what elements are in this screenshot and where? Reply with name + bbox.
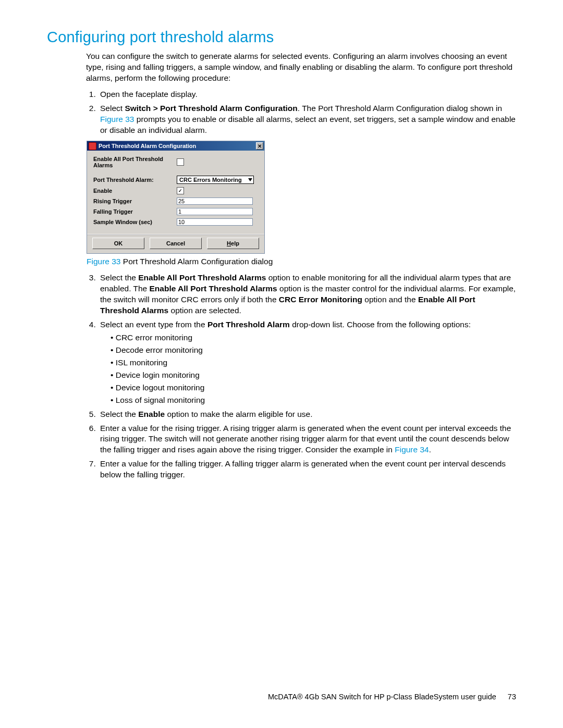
rising-label: Rising Trigger: [93, 198, 177, 204]
figure-33-caption: Figure 33 Port Threshold Alarm Configura…: [87, 257, 516, 266]
s6a: Enter a value for the rising trigger. A …: [100, 424, 511, 454]
pta-dropdown[interactable]: CRC Errors Monitoring: [177, 176, 254, 184]
opt-isl: ISL monitoring: [111, 357, 516, 368]
step-1: Open the faceplate display.: [98, 89, 516, 100]
step-4: Select an event type from the Port Thres…: [98, 319, 516, 405]
enable-all-checkbox[interactable]: [177, 158, 184, 166]
step-6: Enter a value for the rising trigger. A …: [98, 423, 516, 456]
rising-input[interactable]: 25: [177, 198, 253, 205]
s3g: option and the: [362, 295, 418, 304]
pta-selected: CRC Errors Monitoring: [179, 177, 242, 183]
step-3: Select the Enable All Port Threshold Ala…: [98, 273, 516, 316]
falling-label: Falling Trigger: [93, 208, 177, 215]
step-2: Select Switch > Port Threshold Alarm Con…: [98, 103, 516, 136]
figure-33-link[interactable]: Figure 33: [100, 115, 134, 124]
menu-path: Switch > Port Threshold Alarm Configurat…: [125, 104, 297, 113]
s3i: option are selected.: [168, 306, 241, 315]
help-rest: elp: [231, 240, 239, 246]
s5b: Enable: [138, 410, 165, 418]
opt-decode: Decode error monitoring: [111, 345, 516, 356]
step-2-text-c: . The Port Threshold Alarm Configuration…: [298, 104, 502, 113]
sample-input[interactable]: 10: [177, 218, 253, 226]
s4b: Port Threshold Alarm: [207, 320, 290, 329]
dialog-title: Port Threshold Alarm Configuration: [99, 143, 196, 149]
footer-text: McDATA® 4Gb SAN Switch for HP p-Class Bl…: [268, 693, 496, 701]
sample-label: Sample Window (sec): [93, 219, 177, 225]
s3b: Enable All Port Threshold Alarms: [138, 273, 266, 282]
help-button[interactable]: Help: [207, 238, 259, 249]
figure-number: Figure 33: [87, 257, 120, 266]
s5c: option to make the alarm eligible for us…: [165, 410, 312, 418]
step-2-text-a: Select: [100, 104, 125, 113]
app-icon: [89, 142, 96, 150]
cancel-button[interactable]: Cancel: [150, 238, 202, 249]
chevron-down-icon: [248, 178, 252, 181]
s5a: Select the: [100, 410, 138, 418]
s3a: Select the: [100, 273, 138, 282]
opt-logout: Device logout monitoring: [111, 382, 516, 393]
page-footer: McDATA® 4Gb SAN Switch for HP p-Class Bl…: [268, 693, 516, 701]
pta-label: Port Threshold Alarm:: [93, 177, 177, 183]
s4c: drop-down list. Choose from the followin…: [290, 320, 471, 329]
intro-paragraph: You can configure the switch to generate…: [47, 51, 516, 84]
close-button[interactable]: ✕: [256, 142, 263, 150]
enable-label: Enable: [93, 188, 177, 194]
opt-login: Device login monitoring: [111, 370, 516, 381]
s3f: CRC Error Monitoring: [279, 295, 362, 304]
dialog-titlebar: Port Threshold Alarm Configuration ✕: [87, 141, 264, 151]
figure-caption-text: Port Threshold Alarm Configuration dialo…: [120, 257, 273, 266]
ok-button[interactable]: OK: [92, 238, 144, 249]
step-7: Enter a value for the falling trigger. A…: [98, 459, 516, 480]
help-mnemonic: H: [227, 240, 231, 246]
figure-34-link[interactable]: Figure 34: [395, 445, 429, 454]
figure-33-dialog: Port Threshold Alarm Configuration ✕ Ena…: [87, 141, 516, 254]
opt-crc: CRC error monitoring: [111, 332, 516, 343]
falling-input[interactable]: 1: [177, 208, 253, 215]
s6c: .: [429, 445, 431, 454]
step-5: Select the Enable option to make the ala…: [98, 409, 516, 420]
opt-los: Loss of signal monitoring: [111, 395, 516, 406]
s4a: Select an event type from the: [100, 320, 207, 329]
enable-all-label: Enable All Port Threshold Alarms: [93, 156, 177, 168]
s3d: Enable All Port Threshold Alarms: [150, 284, 277, 293]
page-number: 73: [508, 693, 516, 701]
enable-checkbox[interactable]: ✓: [177, 187, 184, 194]
step-2-text-e: prompts you to enable or disable all ala…: [100, 115, 516, 134]
section-heading: Configuring port threshold alarms: [47, 29, 516, 46]
